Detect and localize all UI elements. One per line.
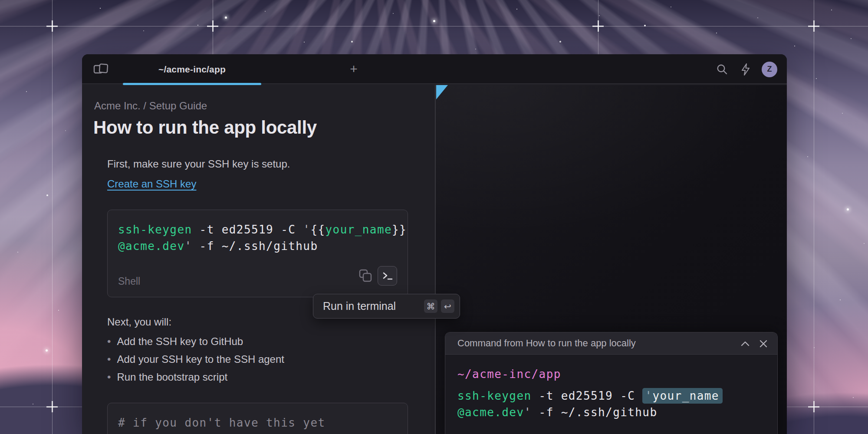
app-window: ~/acme-inc/app + [82,54,787,434]
grid-tick [52,20,53,32]
search-button[interactable] [715,62,730,77]
code-token: {{ [310,223,325,236]
plus-icon: + [350,62,358,76]
terminal-output[interactable]: ~/acme-inc/appssh-keygen -t ed25519 -C '… [445,355,777,421]
code-token: # if you don't have this yet [118,416,326,429]
quick-actions-button[interactable] [738,62,753,77]
avatar[interactable]: Z [762,62,777,77]
tab-label: ~/acme-inc/app [158,64,226,75]
breadcrumb: Acme Inc. / Setup Guide [94,100,207,112]
screen: ~/acme-inc/app + [0,0,868,434]
terminal-panel-header[interactable]: Command from How to run the app locally [445,332,777,355]
terminal-token: ' [524,406,531,419]
star-decoration [847,208,849,210]
grid-tick [813,401,815,412]
terminal-panel-title: Command from How to run the app locally [457,338,636,349]
code-language-label: Shell [118,276,140,287]
collapse-button[interactable] [739,338,751,350]
tab-bar: ~/acme-inc/app + [82,54,787,84]
code-token: }} [392,223,407,236]
grid-tick [212,20,214,32]
terminal-token: -t ed25519 -C [532,389,643,402]
grid-line [0,26,868,26]
tab-bar-actions: Z [715,54,777,84]
terminal-cwd: ~/acme-inc/app [457,366,777,382]
run-in-terminal-tooltip: Run in terminal ⌘ ↩ [313,294,460,319]
star-decoration [46,349,48,352]
terminal-command-line: ssh-keygen -t ed25519 -C 'your_name @acm… [457,388,777,421]
list-item: Add the SSH key to GitHub [107,335,243,348]
document-pane: Acme Inc. / Setup Guide How to run the a… [82,85,435,434]
lightning-icon [740,63,751,76]
list-item-text: Add the SSH key to GitHub [117,335,243,348]
terminal-token: @acme.dev [457,406,524,419]
star-decoration [225,16,227,19]
grid-line [814,0,814,434]
terminal-token: your_name [652,389,719,402]
copy-icon [358,268,373,283]
tooltip-label: Run in terminal [323,300,421,312]
grid-tick [813,20,815,32]
close-button[interactable] [757,338,769,350]
new-tab-button[interactable]: + [345,60,363,78]
code-block-ssh-keygen: ssh-keygen -t ed25519 -C '{{your_name}} … [107,210,408,297]
grid-line [52,0,53,434]
intro-text: First, make sure your SSH key is setup. [107,158,290,170]
code-token: -t ed25519 -C [192,223,303,236]
code-token: ' [184,240,192,253]
list-item-text: Run the bootstrap script [117,371,227,383]
terminal-pane: Command from How to run the app locally [436,85,787,434]
terminal-run-icon [382,271,393,281]
search-icon [716,63,728,76]
terminal-highlighted-variable[interactable]: 'your_name [642,388,723,404]
terminal-panel-actions [739,332,769,355]
pane-fold-indicator[interactable] [436,85,448,99]
tab-acme-inc-app[interactable]: ~/acme-inc/app [123,54,261,84]
run-in-terminal-button[interactable] [378,266,397,286]
code-block-bootstrap: # if you don't have this yet brew instal… [107,403,408,434]
create-ssh-key-link[interactable]: Create an SSH key [107,178,196,190]
list-item: Add your SSH key to the SSH agent [107,353,284,365]
cmd-key-icon: ⌘ [424,299,437,313]
notebook-button[interactable] [92,60,111,78]
book-icon [93,62,109,76]
list-item: Run the bootstrap script [107,371,227,383]
star-decoration [433,20,435,22]
terminal-command-panel: Command from How to run the app locally [445,332,778,434]
terminal-token: ssh-keygen [457,389,532,402]
terminal-token: ' [645,389,652,402]
code-token: your_name [326,223,392,236]
code-token: @acme.dev [118,240,184,253]
close-icon [760,340,767,348]
code-token: -f ~/.ssh/github [192,240,318,253]
code-text: ssh-keygen -t ed25519 -C '{{your_name}} … [118,221,407,254]
next-steps-heading: Next, you will: [107,316,171,328]
terminal-token: -f ~/.ssh/github [532,406,658,419]
avatar-initial: Z [767,65,772,74]
grid-tick [52,401,53,412]
code-token: ssh-keygen [118,223,192,236]
window-content: Acme Inc. / Setup Guide How to run the a… [82,85,787,434]
grid-tick [598,20,599,32]
code-text: # if you don't have this yet brew instal… [118,414,326,434]
code-token: ' [303,223,310,236]
list-item-text: Add your SSH key to the SSH agent [117,353,284,365]
return-key-icon: ↩ [441,299,454,313]
page-title: How to run the app locally [93,117,317,138]
stars-decoration [0,0,1,1]
copy-button[interactable] [358,268,373,283]
chevron-up-icon [741,341,750,346]
